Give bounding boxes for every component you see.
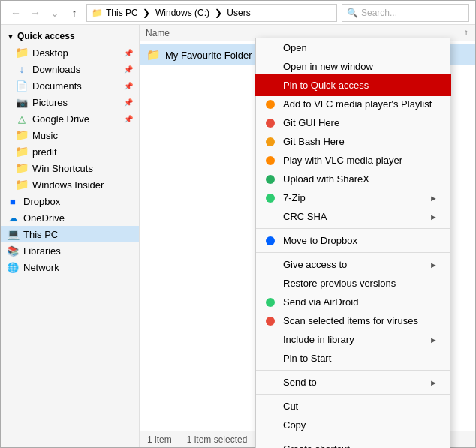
sidebar-item-onedrive[interactable]: ☁ OneDrive — [1, 209, 139, 226]
ctx-send-airdroid[interactable]: Send via AirDroid — [256, 293, 450, 311]
breadcrumb: This PC ❯ Windows (C:) ❯ Users — [106, 8, 251, 18]
ctx-upload-sharex-label: Upload with ShareX — [283, 173, 369, 185]
sidebar: ▼ Quick access 📁 Desktop 📌 ↓ Downloads 📌… — [1, 25, 140, 447]
ctx-git-bash[interactable]: Git Bash Here — [256, 132, 450, 151]
sidebar-item-label: Google Drive — [32, 113, 89, 125]
sidebar-item-label: predit — [32, 146, 57, 158]
pin-icon: 📌 — [124, 49, 133, 57]
libraries-icon: 📚 — [7, 245, 19, 257]
sidebar-item-dropbox[interactable]: ■ Dropbox — [1, 193, 139, 209]
ctx-upload-sharex[interactable]: Upload with ShareX — [256, 170, 450, 188]
ctx-add-vlc-playlist-label: Add to VLC media player's Playlist — [283, 98, 432, 110]
separator-3 — [256, 370, 450, 371]
ctx-give-access-label: Give access to — [283, 259, 347, 270]
back-button[interactable]: ← — [7, 4, 25, 22]
ctx-play-vlc-label: Play with VLC media player — [283, 155, 402, 166]
folder-icon-insider: 📁 — [16, 179, 28, 191]
sidebar-item-label: This PC — [23, 229, 58, 240]
up-button[interactable]: ↑ — [65, 4, 83, 22]
sidebar-item-network[interactable]: 🌐 Network — [1, 259, 139, 275]
ctx-open[interactable]: Open — [256, 38, 450, 57]
file-name: My Favourite Folder — [165, 50, 252, 61]
sidebar-item-win-shortcuts[interactable]: 📁 Win Shortcuts — [1, 160, 139, 176]
quick-access-header[interactable]: ▼ Quick access — [1, 28, 139, 44]
folder-icon-favourite: 📁 — [146, 47, 161, 62]
sidebar-item-music[interactable]: 📁 Music — [1, 127, 139, 143]
ctx-include-library-label: Include in library — [283, 334, 354, 345]
git-bash-icon — [264, 135, 277, 149]
ctx-git-gui-label: Git GUI Here — [283, 117, 339, 128]
ctx-pin-quick-access[interactable]: Pin to Quick access — [256, 76, 450, 95]
ctx-restore-versions[interactable]: Restore previous versions — [256, 274, 450, 293]
sidebar-item-label: Pictures — [32, 97, 68, 108]
ctx-cut-label: Cut — [283, 401, 298, 412]
onedrive-icon: ☁ — [7, 212, 19, 224]
ctx-git-gui[interactable]: Git GUI Here — [256, 113, 450, 132]
zip-icon — [264, 191, 277, 205]
sidebar-item-google-drive[interactable]: △ Google Drive 📌 — [1, 110, 139, 127]
ctx-give-access[interactable]: Give access to ► — [256, 255, 450, 274]
forward-button[interactable]: → — [26, 4, 44, 22]
titlebar: ← → ⌄ ↑ 📁 This PC ❯ Windows (C:) ❯ Users… — [1, 1, 475, 25]
sidebar-item-predit[interactable]: 📁 predit — [1, 143, 139, 160]
address-bar[interactable]: 📁 This PC ❯ Windows (C:) ❯ Users — [86, 4, 337, 22]
ctx-play-vlc[interactable]: Play with VLC media player — [256, 151, 450, 170]
ctx-cut[interactable]: Cut — [256, 397, 450, 416]
sidebar-item-this-pc[interactable]: 💻 This PC — [1, 226, 139, 242]
ctx-crc-sha[interactable]: CRC SHA ► — [256, 207, 450, 226]
music-icon: 📁 — [16, 129, 28, 141]
documents-icon: 📄 — [16, 80, 28, 92]
sidebar-item-desktop[interactable]: 📁 Desktop 📌 — [1, 44, 139, 61]
ctx-7zip[interactable]: 7-Zip ► — [256, 188, 450, 207]
sidebar-item-libraries[interactable]: 📚 Libraries — [1, 242, 139, 259]
ctx-7zip-label: 7-Zip — [283, 192, 306, 203]
git-gui-icon — [264, 116, 277, 130]
search-bar[interactable]: 🔍 Search... — [342, 4, 469, 22]
separator-4 — [256, 394, 450, 395]
sharex-icon — [264, 173, 277, 186]
sidebar-item-label: Documents — [32, 80, 82, 92]
ctx-open-label: Open — [283, 42, 307, 53]
sidebar-item-pictures[interactable]: 📷 Pictures 📌 — [1, 94, 139, 110]
ctx-scan-viruses-label: Scan selected items for viruses — [283, 315, 418, 326]
desktop-icon: 📁 — [16, 47, 28, 59]
search-placeholder: Search... — [361, 8, 397, 18]
quick-access-label: Quick access — [17, 31, 75, 41]
ctx-crc-sha-label: CRC SHA — [283, 211, 327, 222]
ctx-git-bash-label: Git Bash Here — [283, 136, 345, 147]
ctx-copy[interactable]: Copy — [256, 416, 450, 434]
ctx-pin-start[interactable]: Pin to Start — [256, 349, 450, 368]
chevron-right-icon-lib: ► — [429, 335, 438, 344]
ctx-scan-viruses[interactable]: Scan selected items for viruses — [256, 311, 450, 330]
network-icon: 🌐 — [7, 261, 19, 273]
ctx-open-new-window[interactable]: Open in new window — [256, 57, 450, 76]
separator-2 — [256, 252, 450, 253]
sidebar-item-label: Downloads — [32, 64, 80, 75]
recent-button[interactable]: ⌄ — [46, 4, 64, 22]
ctx-send-to[interactable]: Send to ► — [256, 373, 450, 392]
ctx-create-shortcut[interactable]: Create shortcut — [256, 440, 450, 448]
pin-icon: 📌 — [124, 65, 133, 74]
sidebar-item-downloads[interactable]: ↓ Downloads 📌 — [1, 61, 139, 77]
sidebar-item-windows-insider[interactable]: 📁 Windows Insider — [1, 176, 139, 193]
dropbox-ctx-icon — [264, 234, 277, 248]
sidebar-item-documents[interactable]: 📄 Documents 📌 — [1, 77, 139, 94]
sort-arrow: ⇑ — [463, 29, 469, 37]
vlc-play-icon — [264, 154, 277, 167]
ctx-pin-start-label: Pin to Start — [283, 353, 331, 364]
ctx-add-vlc-playlist[interactable]: Add to VLC media player's Playlist — [256, 95, 450, 113]
folder-icon-predit: 📁 — [16, 146, 28, 158]
chevron-right-icon: ► — [429, 194, 438, 203]
this-pc-icon: 💻 — [7, 228, 19, 240]
ctx-include-library[interactable]: Include in library ► — [256, 330, 450, 349]
ctx-move-dropbox[interactable]: Move to Dropbox — [256, 231, 450, 250]
ctx-send-to-label: Send to — [283, 377, 317, 388]
ctx-send-airdroid-label: Send via AirDroid — [283, 296, 358, 308]
sidebar-item-label: Libraries — [23, 245, 61, 257]
sidebar-item-label: Dropbox — [23, 196, 60, 207]
search-icon: 🔍 — [347, 8, 358, 18]
ctx-create-shortcut-label: Create shortcut — [283, 443, 350, 448]
pin-icon: 📌 — [124, 115, 133, 123]
sidebar-item-label: Music — [32, 130, 58, 141]
ctx-move-dropbox-label: Move to Dropbox — [283, 235, 357, 246]
